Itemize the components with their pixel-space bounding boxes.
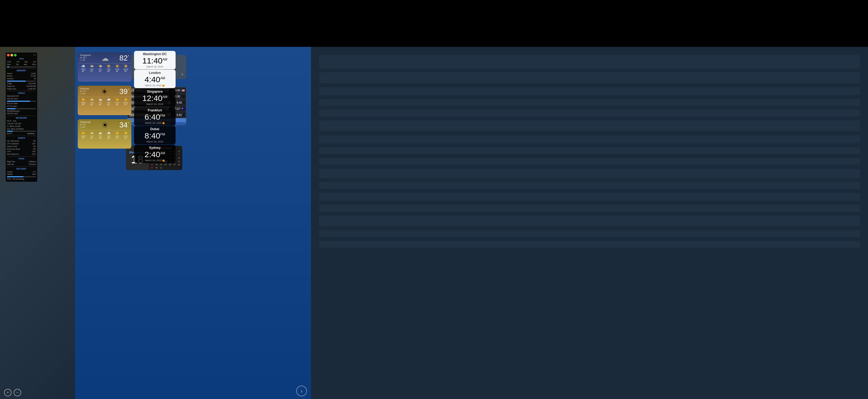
right-text-block-2 <box>319 72 860 83</box>
weather-day-icon: 🌥️ <box>96 131 104 135</box>
weather-day-temp: 93° <box>107 70 111 72</box>
temp-mem-label: Mem Bank A1 <box>7 153 19 156</box>
weather-day-temp: 45° <box>116 137 119 139</box>
cal-day-cell[interactable]: 23 <box>154 163 159 166</box>
disk-machd-label: Macintosh HD <box>7 95 19 97</box>
weather-temp-pittsburgh: 34° <box>119 121 129 129</box>
right-text-block-14 <box>319 215 860 226</box>
cpu-idle-label: Idle: <box>24 63 27 66</box>
weather-day-temp: 49° <box>82 104 85 105</box>
weather-day-icon: ☀️ <box>79 98 88 101</box>
maximize-button[interactable] <box>14 54 17 57</box>
weather-day-icon: ☀️ <box>121 64 130 68</box>
cal-day-cell[interactable]: 22 <box>150 163 154 166</box>
disk-bootcamp-size: 15.7G used <box>7 105 36 108</box>
cal-day-cell <box>177 166 181 169</box>
cal-day-cell[interactable]: 28 <box>177 163 181 166</box>
remove-widget-button[interactable]: − <box>14 389 21 396</box>
disk-machd-value: 430.3G used <box>7 97 18 100</box>
temp-airport-value: 99° <box>33 145 36 148</box>
cal-day-cell[interactable]: 7 <box>177 153 181 156</box>
right-text-block-5 <box>319 110 860 117</box>
right-text-block-10 <box>319 169 860 178</box>
top-menubar <box>0 0 868 47</box>
weather-day-icon: ☁️ <box>104 131 113 135</box>
weather-day-col: 🌤️THU50° <box>88 131 96 139</box>
cal-day-cell[interactable]: 31 <box>159 166 163 169</box>
weather-day-temp: 47° <box>124 104 127 105</box>
cal-day-cell[interactable]: 14 <box>177 156 181 159</box>
weather-day-col: ☀️SUN50° <box>113 97 122 105</box>
clock-ampm-dubai: PM <box>160 133 165 136</box>
weather-day-icon: ☀️ <box>113 131 122 135</box>
right-text-block-7 <box>319 135 860 143</box>
add-widget-button[interactable]: + <box>4 389 11 396</box>
weather-widget-singapore: Singapore Hi: 82° L: 79° ☁ 82° ☁️WED82°🌤… <box>78 52 131 82</box>
cal-day-cell[interactable]: 30 <box>154 166 159 169</box>
cal-next-btn[interactable]: › <box>180 147 181 149</box>
battery-bar-fill <box>7 176 24 177</box>
next-page-arrow[interactable]: › <box>296 386 307 396</box>
weather-day-name: SUN <box>115 135 119 137</box>
net-ip-value: 128.237.178.193 <box>7 122 21 125</box>
weather-day-temp: 47° <box>82 137 85 139</box>
weather-icon-singapore: ☁ <box>101 54 109 63</box>
battery-remaining-value: 57%, 1:50 remaining <box>7 178 24 180</box>
weather-day-temp: 91° <box>90 70 93 72</box>
close-button[interactable] <box>7 54 10 57</box>
cal-day-cell[interactable]: 25 <box>163 163 168 166</box>
cal-day-cell[interactable]: 24 <box>159 163 163 166</box>
disk-bootcamp-label: BOOTCAMP <box>7 102 18 105</box>
right-text-block-15 <box>319 230 860 237</box>
right-text-block-11 <box>319 182 860 189</box>
mem-wired-label: Wired: <box>7 72 12 75</box>
weather-day-temp: 61° <box>107 104 111 105</box>
clock-time-dubai: 8:40PM <box>134 131 176 140</box>
right-text-block-4 <box>319 99 860 106</box>
disk-bar-2 <box>7 108 36 109</box>
memory-section-title: MEMORY <box>7 69 36 72</box>
fan-left-label: Left Fan <box>7 163 14 166</box>
minimize-button[interactable] <box>10 54 13 57</box>
temp-airport-row: Airport Card 99° <box>7 145 36 148</box>
mem-inactive-label: Inactive: <box>7 77 14 80</box>
temp-cpu-hs-value: 104° <box>32 142 36 145</box>
weather-temp-potomac: 39° <box>119 87 129 96</box>
weather-location-singapore: Singapore Hi: 82° L: 79° <box>80 54 91 61</box>
weather-hilo-singapore: Hi: 82° <box>80 57 91 59</box>
mem-swap-label: Swap: <box>7 82 12 85</box>
temp-hd-row: HD: Macintosh 95° <box>7 140 36 142</box>
currency-flag-aud: 🇦🇺 <box>182 107 185 110</box>
mem-active-value: 5.25G <box>31 75 36 77</box>
clock-date-frankfurt: March 18, 2015 <box>134 121 176 126</box>
battery-cycles-value: 177 <box>33 171 36 173</box>
mem-wired-row: Wired: 2.84G <box>7 72 36 75</box>
weather-location-pittsburgh: Pittsburgh Hi: 47° L: 20° <box>80 121 91 128</box>
delivery-add-icon[interactable]: + <box>181 72 184 77</box>
cal-day-cell <box>173 166 177 169</box>
clock-dubai: Dubai 8:40PM March 18, 2015 <box>134 126 176 144</box>
battery-health-label: Health: <box>7 173 13 176</box>
mem-bar-container <box>7 80 36 82</box>
cal-day-cell[interactable]: 21 <box>177 160 181 163</box>
cal-day-cell <box>163 166 168 169</box>
weather-city-singapore: Singapore <box>80 54 91 57</box>
weather-widget-potomac: Potomac Hi: 47° L: 30° ☀ 39° ☀️WED49°🌤️T… <box>78 86 131 115</box>
cal-day-cell[interactable]: 26 <box>168 163 172 166</box>
net-ip-row: 128.237.178.193 <box>7 122 36 125</box>
weather-day-name: SUN <box>115 102 119 104</box>
weather-day-temp: 82° <box>82 70 85 72</box>
battery-bar <box>7 176 36 177</box>
cal-day-cell[interactable]: 29 <box>150 166 154 169</box>
clock-city-sydney: Sydney <box>134 144 176 150</box>
temps-section-title: TEMPS <box>7 137 36 139</box>
weather-day-col: ☀️SAT93° <box>104 64 113 72</box>
battery-health-value: 92% <box>32 173 36 176</box>
weather-day-col: 🌤️THU91° <box>88 64 96 72</box>
clock-date-dubai: March 18, 2015 <box>134 140 176 144</box>
cal-day-cell[interactable]: 27 <box>173 163 177 166</box>
weather-day-temp: 39° <box>99 104 102 105</box>
mem-inactive-row: Inactive: 99 <box>7 77 36 80</box>
clock-date-washington: March 18, 2015 <box>134 65 176 69</box>
mem-active-label: Active: <box>7 75 12 77</box>
